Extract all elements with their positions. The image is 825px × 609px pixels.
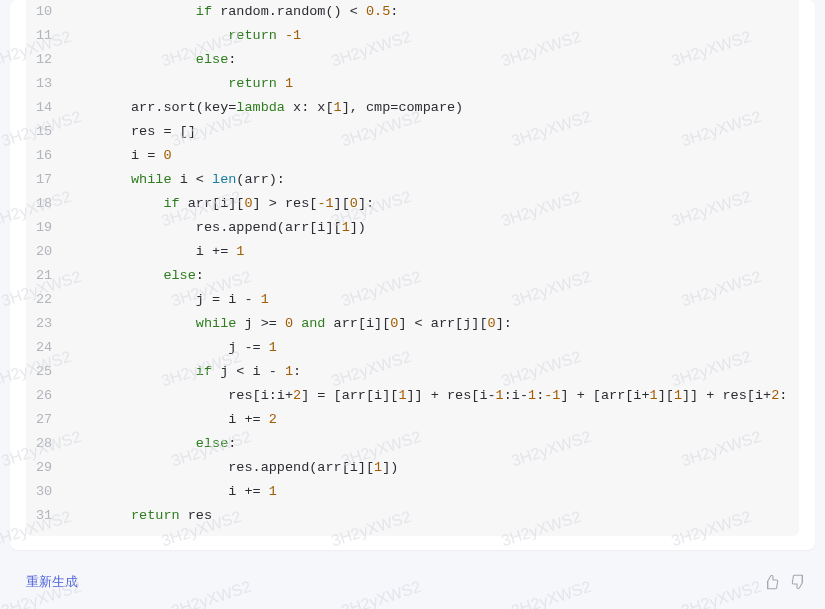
line-number: 26: [26, 384, 66, 408]
footer-bar: 重新生成: [26, 573, 807, 591]
code-line: 17 while i < len(arr):: [26, 168, 799, 192]
line-number: 25: [26, 360, 66, 384]
line-number: 19: [26, 216, 66, 240]
code-content: i += 1: [66, 480, 799, 504]
code-line: 13 return 1: [26, 72, 799, 96]
code-content: else:: [66, 432, 799, 456]
code-line: 23 while j >= 0 and arr[i][0] < arr[j][0…: [26, 312, 799, 336]
code-content: res.append(arr[i][1]): [66, 216, 799, 240]
code-content: i += 2: [66, 408, 799, 432]
line-number: 23: [26, 312, 66, 336]
code-line: 12 else:: [26, 48, 799, 72]
line-number: 22: [26, 288, 66, 312]
code-line: 16 i = 0: [26, 144, 799, 168]
code-line: 18 if arr[i][0] > res[-1][0]:: [26, 192, 799, 216]
thumbs-up-icon[interactable]: [763, 574, 779, 590]
code-content: return res: [66, 504, 799, 528]
code-content: j = i - 1: [66, 288, 799, 312]
line-number: 20: [26, 240, 66, 264]
line-number: 30: [26, 480, 66, 504]
code-line: 15 res = []: [26, 120, 799, 144]
line-number: 29: [26, 456, 66, 480]
code-line: 28 else:: [26, 432, 799, 456]
code-line: 10 if random.random() < 0.5:: [26, 0, 799, 24]
code-content: if random.random() < 0.5:: [66, 0, 799, 24]
code-content: res.append(arr[i][1]): [66, 456, 799, 480]
line-number: 31: [26, 504, 66, 528]
line-number: 17: [26, 168, 66, 192]
code-content: while j >= 0 and arr[i][0] < arr[j][0]:: [66, 312, 799, 336]
line-number: 13: [26, 72, 66, 96]
code-line: 20 i += 1: [26, 240, 799, 264]
code-line: 27 i += 2: [26, 408, 799, 432]
code-content: else:: [66, 264, 799, 288]
code-content: return -1: [66, 24, 799, 48]
code-line: 26 res[i:i+2] = [arr[i][1]] + res[i-1:i-…: [26, 384, 799, 408]
code-line: 29 res.append(arr[i][1]): [26, 456, 799, 480]
feedback-controls: [763, 574, 807, 590]
line-number: 11: [26, 24, 66, 48]
line-number: 18: [26, 192, 66, 216]
code-content: i += 1: [66, 240, 799, 264]
code-line: 11 return -1: [26, 24, 799, 48]
thumbs-down-icon[interactable]: [791, 574, 807, 590]
code-line: 22 j = i - 1: [26, 288, 799, 312]
code-content: res[i:i+2] = [arr[i][1]] + res[i-1:i-1:-…: [66, 384, 799, 408]
line-number: 21: [26, 264, 66, 288]
code-content: while i < len(arr):: [66, 168, 799, 192]
code-table: 10 if random.random() < 0.5:11 return -1…: [26, 0, 799, 528]
code-content: if j < i - 1:: [66, 360, 799, 384]
line-number: 28: [26, 432, 66, 456]
code-content: else:: [66, 48, 799, 72]
code-card: 10 if random.random() < 0.5:11 return -1…: [10, 0, 815, 550]
line-number: 14: [26, 96, 66, 120]
code-line: 30 i += 1: [26, 480, 799, 504]
code-content: res = []: [66, 120, 799, 144]
code-content: j -= 1: [66, 336, 799, 360]
code-content: if arr[i][0] > res[-1][0]:: [66, 192, 799, 216]
code-line: 14 arr.sort(key=lambda x: x[1], cmp=comp…: [26, 96, 799, 120]
code-line: 19 res.append(arr[i][1]): [26, 216, 799, 240]
code-content: arr.sort(key=lambda x: x[1], cmp=compare…: [66, 96, 799, 120]
code-block[interactable]: 10 if random.random() < 0.5:11 return -1…: [26, 0, 799, 536]
line-number: 15: [26, 120, 66, 144]
code-line: 31 return res: [26, 504, 799, 528]
line-number: 27: [26, 408, 66, 432]
line-number: 24: [26, 336, 66, 360]
regenerate-link[interactable]: 重新生成: [26, 573, 78, 591]
code-content: i = 0: [66, 144, 799, 168]
code-content: return 1: [66, 72, 799, 96]
code-line: 24 j -= 1: [26, 336, 799, 360]
code-line: 25 if j < i - 1:: [26, 360, 799, 384]
code-line: 21 else:: [26, 264, 799, 288]
line-number: 10: [26, 0, 66, 24]
line-number: 16: [26, 144, 66, 168]
line-number: 12: [26, 48, 66, 72]
